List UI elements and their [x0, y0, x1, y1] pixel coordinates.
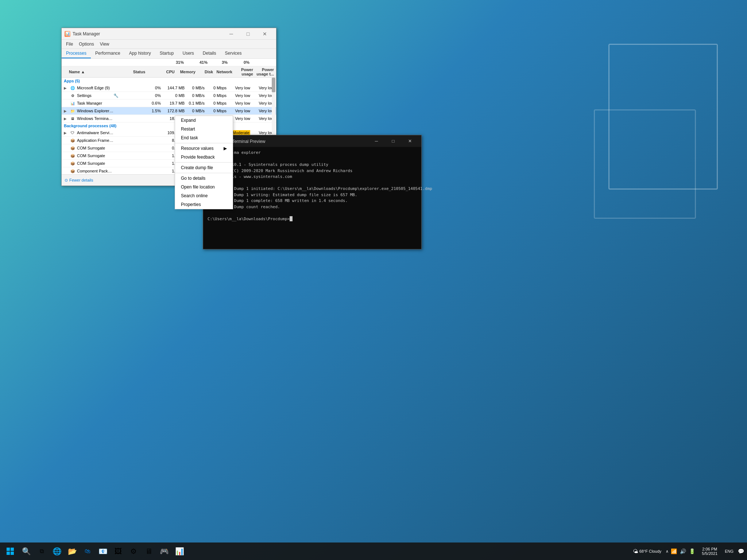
- ctx-end-task[interactable]: End task: [175, 133, 233, 142]
- edge-power: Very low: [227, 86, 250, 90]
- edge-powert: Very low: [250, 86, 274, 90]
- fewer-details-button[interactable]: ⊙ Fewer details: [65, 178, 93, 183]
- tab-details[interactable]: Details: [198, 49, 221, 58]
- col-header-memory[interactable]: Memory: [175, 70, 196, 74]
- ctx-properties[interactable]: Properties: [175, 200, 233, 209]
- terminal-close-button[interactable]: ✕: [402, 136, 418, 147]
- antimalware-powert: Very low: [250, 131, 274, 135]
- taskview-button[interactable]: ⧉: [34, 544, 49, 559]
- chevron-up-icon[interactable]: ∧: [666, 549, 669, 554]
- antimalware-name: Antimalware Service Executable: [77, 131, 113, 135]
- settings-mem: 0 MB: [161, 93, 185, 98]
- terminal-taskbar-icon[interactable]: 🖥: [142, 544, 156, 559]
- system-tray: 🌤 68°F Cloudy ∧ 📶 🔊 🔋: [633, 548, 696, 554]
- clock[interactable]: 2:06 PM 5/5/2021: [699, 546, 720, 556]
- term-line-blank3: [208, 210, 417, 216]
- proc-row-terminal[interactable]: ▶ 🖥 Windows Terminal Preview (3) 18.6 MB…: [62, 115, 276, 122]
- term-line-prompt: C:\Users\m__la\Downloads\Procdump>: [208, 216, 417, 222]
- clock-time: 2:06 PM: [702, 547, 717, 551]
- ctx-open-file-location[interactable]: Open file location: [175, 183, 233, 191]
- terminal-titlebar: ⬡ Windows Terminal Preview ─ □ ✕: [203, 135, 421, 147]
- col-header-network[interactable]: Network: [213, 70, 232, 74]
- mail-taskbar-icon[interactable]: 📧: [96, 544, 110, 559]
- lang-indicator[interactable]: ENG: [723, 548, 735, 554]
- term-line-2: ProcDump v10.1 - Sysinternals process du…: [208, 162, 417, 168]
- expand-terminal[interactable]: ▶: [64, 117, 70, 121]
- bg-section-header[interactable]: Background processes (48): [62, 122, 276, 129]
- tab-services[interactable]: Services: [221, 49, 246, 58]
- notification-icon[interactable]: 💬: [738, 548, 744, 554]
- context-menu: Expand Restart End task Resource values …: [175, 116, 233, 209]
- terminal-icon: 🖥: [70, 116, 76, 121]
- scrollbar-thumb[interactable]: [272, 78, 275, 92]
- tab-performance[interactable]: Performance: [91, 49, 125, 58]
- expand-explorer[interactable]: ▶: [64, 109, 70, 113]
- term-line-blank1: [208, 156, 417, 162]
- col-header-cpu[interactable]: CPU: [159, 70, 175, 74]
- tab-app-history[interactable]: App history: [125, 49, 155, 58]
- proc-row-explorer[interactable]: ▶ 📁 Windows Explorer (5) 1.5% 172.8 MB 0…: [62, 107, 276, 115]
- start-button[interactable]: [3, 544, 18, 559]
- edge-icon: 🌐: [70, 85, 76, 91]
- explorer-disk: 0 MB/s: [185, 109, 205, 113]
- settings-net: 0 Mbps: [205, 93, 227, 98]
- settings-taskbar-icon[interactable]: ⚙: [126, 544, 141, 559]
- file-explorer-taskbar-icon[interactable]: 📂: [65, 544, 80, 559]
- tm-menu-view[interactable]: View: [97, 40, 112, 48]
- proc-row-taskmgr[interactable]: 📊 Task Manager 0.6% 19.7 MB 0.1 MB/s 0 M…: [62, 100, 276, 107]
- ctx-go-to-details[interactable]: Go to details: [175, 174, 233, 183]
- ctx-create-dump[interactable]: Create dump file: [175, 163, 233, 172]
- ctx-resource-values[interactable]: Resource values ▶: [175, 144, 233, 153]
- ctx-restart[interactable]: Restart: [175, 125, 233, 133]
- taskmgr-icon: 📊: [70, 100, 76, 106]
- svg-rect-2: [7, 552, 10, 555]
- col-header-power[interactable]: Power usage: [232, 67, 253, 76]
- tm-close-button[interactable]: ✕: [256, 28, 273, 39]
- network-icon: 📶: [671, 548, 677, 554]
- app9-taskbar-icon[interactable]: 🎮: [157, 544, 171, 559]
- edge-name: Microsoft Edge (9): [77, 86, 113, 90]
- term-line-8: [14:05:43] Dump count reached.: [208, 204, 417, 210]
- terminal-minimize-button[interactable]: ─: [368, 136, 385, 147]
- ctx-expand[interactable]: Expand: [175, 116, 233, 125]
- tab-users[interactable]: Users: [178, 49, 198, 58]
- edge-taskbar-icon[interactable]: 🌐: [50, 544, 64, 559]
- tm-menu-options[interactable]: Options: [76, 40, 97, 48]
- tm-menu-file[interactable]: File: [63, 40, 76, 48]
- proc-row-settings[interactable]: ⚙ Settings 🔧 0% 0 MB 0 MB/s 0 Mbps Very …: [62, 92, 276, 100]
- tab-startup[interactable]: Startup: [155, 49, 178, 58]
- settings-disk: 0 MB/s: [185, 93, 205, 98]
- col-header-powert[interactable]: Power usage t...: [253, 67, 274, 76]
- tm-app-icon: 📊: [65, 31, 70, 37]
- photos-taskbar-icon[interactable]: 🖼: [111, 544, 125, 559]
- apphost-name: Application Frame Host: [77, 138, 113, 143]
- ctx-provide-feedback[interactable]: Provide feedback: [175, 153, 233, 162]
- col-header-name[interactable]: Name ▲: [69, 70, 133, 74]
- windows-logo-icon: [7, 548, 14, 555]
- terminal-body[interactable]: >procdump -ma explorer ProcDump v10.1 - …: [203, 147, 421, 249]
- expand-antimalware[interactable]: ▶: [64, 131, 70, 135]
- col-header-disk[interactable]: Disk: [196, 70, 213, 74]
- tm-minimize-button[interactable]: ─: [223, 28, 240, 39]
- explorer-powert: Very low: [250, 109, 274, 113]
- tab-processes[interactable]: Processes: [62, 49, 91, 58]
- apps-section-header[interactable]: Apps (5): [62, 78, 276, 84]
- expand-edge[interactable]: ▶: [64, 86, 70, 90]
- battery-icon: 🔋: [689, 548, 695, 554]
- tm-maximize-button[interactable]: □: [240, 28, 256, 39]
- settings-status: 🔧: [113, 93, 143, 98]
- search-taskbar-button[interactable]: 🔍: [19, 544, 34, 559]
- apphost-icon: 📦: [70, 137, 76, 143]
- svg-rect-3: [11, 552, 14, 555]
- app10-taskbar-icon[interactable]: 📊: [172, 544, 187, 559]
- ctx-sep-1: [175, 143, 233, 143]
- col-header-status[interactable]: Status: [133, 70, 159, 74]
- task-manager-titlebar: 📊 Task Manager ─ □ ✕: [62, 28, 276, 40]
- taskbar: 🔍 ⧉ 🌐 📂 🛍 📧 🖼 ⚙ 🖥 🎮 📊 🌤 68°F Cloudy ∧ 📶 …: [0, 542, 747, 560]
- store-taskbar-icon[interactable]: 🛍: [80, 544, 95, 559]
- comppkg-icon: 📦: [70, 168, 76, 174]
- terminal-maximize-button[interactable]: □: [385, 136, 402, 147]
- term-line-3: Copyright (C) 2009-2020 Mark Russinovich…: [208, 168, 417, 174]
- ctx-search-online[interactable]: Search online: [175, 191, 233, 200]
- proc-row-edge[interactable]: ▶ 🌐 Microsoft Edge (9) 0% 144.7 MB 0 MB/…: [62, 84, 276, 92]
